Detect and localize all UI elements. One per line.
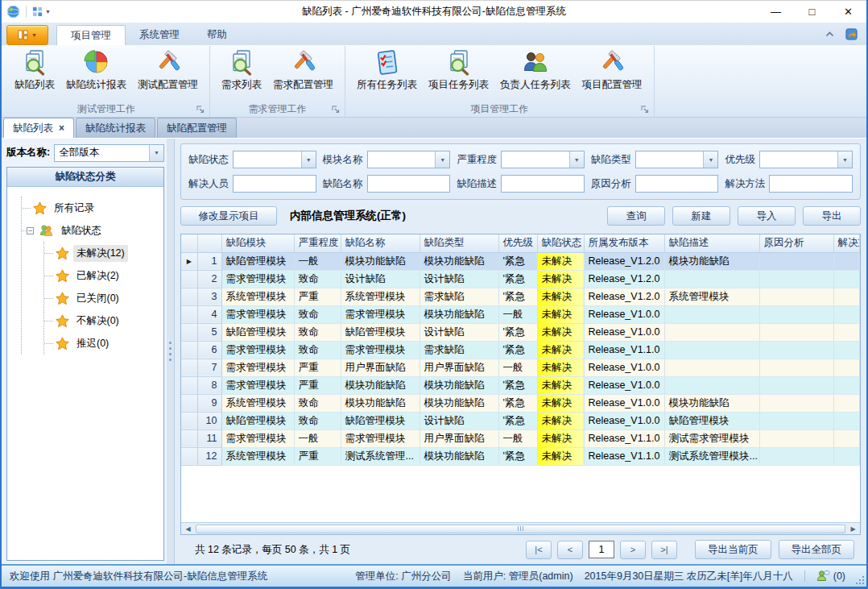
cell-module[interactable]: 需求管理模块 [221,270,294,288]
filter-input-缺陷描述[interactable] [501,175,585,193]
cell-priority[interactable]: '紧急 [498,376,537,394]
cell-version[interactable]: Release_V1.2.0 [584,252,664,270]
tree-item-推迟(0)[interactable]: 推迟(0) [44,332,160,355]
cell-solution[interactable] [833,305,860,323]
page-number-input[interactable] [589,541,614,558]
table-row[interactable]: 5缺陷管理模块致命缺陷管理模块设计缺陷'紧急未解决Release_V1.0.0 [181,323,860,341]
cell-solution[interactable] [833,376,860,394]
tree-item-已解决(2)[interactable]: 已解决(2) [44,264,160,287]
tree-expander-icon[interactable]: − [27,227,34,234]
cell-analysis[interactable] [759,412,833,429]
cell-type[interactable]: 需求缺陷 [420,341,498,359]
close-tab-icon[interactable]: × [59,123,64,133]
cell-analysis[interactable] [759,288,833,305]
cell-severity[interactable]: 严重 [294,288,341,305]
cell-priority[interactable]: '紧急 [498,288,537,305]
table-row[interactable]: 7需求管理模块严重用户界面缺陷用户界面缺陷一般未解决Release_V1.0.0 [181,359,860,376]
tree-item-缺陷状态[interactable]: −缺陷状态 [22,219,160,242]
cell-name[interactable]: 需求管理模块 [341,429,420,447]
tree-item-所有记录[interactable]: 所有记录 [22,197,160,219]
ribbon-button-项目任务列表[interactable]: 项目任务列表 [423,48,494,93]
cell-analysis[interactable] [759,429,833,447]
cell-type[interactable]: 设计缺陷 [420,412,498,429]
chevron-down-icon[interactable]: ▼ [569,151,584,168]
cell-status[interactable]: 未解决 [537,447,584,465]
cell-type[interactable]: 模块功能缺陷 [420,447,498,465]
cell-desc[interactable] [664,359,759,376]
cell-desc[interactable]: 测试系统管理模块... [664,447,759,465]
scroll-right-icon[interactable]: ▶ [846,523,860,534]
ribbon-button-负责人任务列表[interactable]: 负责人任务列表 [494,48,577,93]
cell-status[interactable]: 未解决 [537,429,584,447]
minimize-button[interactable]: — [758,1,794,23]
cell-version[interactable]: Release_V1.0.0 [584,305,664,323]
cell-type[interactable]: 模块功能缺陷 [420,305,498,323]
cell-severity[interactable]: 严重 [294,359,341,376]
tree-item-不解决(0)[interactable]: 不解决(0) [44,309,160,332]
cell-name[interactable]: 模块功能缺陷 [341,376,420,394]
table-row[interactable]: 11需求管理模块一般需求管理模块用户界面缺陷一般未解决Release_V1.1.… [181,429,860,447]
cell-name[interactable]: 需求管理模块 [341,341,420,359]
cell-version[interactable]: Release_V1.0.0 [584,376,664,394]
table-row[interactable]: ▶1缺陷管理模块一般模块功能缺陷模块功能缺陷'紧急未解决Release_V1.2… [181,252,860,270]
cell-module[interactable]: 缺陷管理模块 [221,412,294,429]
cell-module[interactable]: 需求管理模块 [221,359,294,376]
cell-priority[interactable]: '紧急 [498,323,537,341]
filter-combobox-优先级[interactable]: ▼ [759,151,853,168]
ribbon-button-缺陷列表[interactable]: 缺陷列表 [9,48,60,93]
action-button-导出[interactable]: 导出 [803,206,861,226]
filter-combobox-严重程度[interactable]: ▼ [501,151,585,168]
collapse-ribbon-icon[interactable] [825,31,835,38]
chevron-down-icon[interactable]: ▼ [435,151,449,168]
cell-desc[interactable] [664,305,759,323]
cell-desc[interactable]: 系统管理模块 [664,288,759,305]
cell-severity[interactable]: 一般 [294,252,341,270]
grid-header-缺陷名称[interactable]: 缺陷名称 [341,234,420,252]
cell-name[interactable]: 模块功能缺陷 [341,394,420,412]
cell-priority[interactable]: '紧急 [498,412,537,429]
cell-module[interactable]: 需求管理模块 [221,305,294,323]
filter-combobox-缺陷类型[interactable]: ▼ [635,151,719,168]
filter-input-解决方法[interactable] [769,175,853,193]
cell-priority[interactable]: 一般 [498,305,537,323]
dialog-launcher-icon[interactable] [332,106,340,114]
version-combobox[interactable]: 全部版本 ▼ [54,144,164,162]
cell-name[interactable]: 缺陷管理模块 [341,412,420,429]
cell-status[interactable]: 未解决 [537,252,584,270]
filter-combobox-缺陷状态[interactable]: ▼ [233,151,316,168]
cell-name[interactable]: 测试系统管理... [341,447,420,465]
ribbon-button-需求配置管理[interactable]: 需求配置管理 [267,48,339,93]
cell-solution[interactable] [833,447,860,465]
cell-priority[interactable]: '紧急 [498,270,537,288]
cell-name[interactable]: 需求管理模块 [341,305,420,323]
dialog-launcher-icon[interactable] [641,106,649,114]
cell-solution[interactable] [833,341,860,359]
export-button-导出全部页[interactable]: 导出全部页 [779,540,855,559]
cell-solution[interactable] [833,288,860,305]
cell-severity[interactable]: 致命 [294,305,341,323]
application-menu-button[interactable]: ▼ [6,25,48,45]
cell-desc[interactable]: 缺陷管理模块 [664,412,759,429]
table-row[interactable]: 9系统管理模块致命模块功能缺陷模块功能缺陷'紧急未解决Release_V1.0.… [181,394,860,412]
cell-type[interactable]: 模块功能缺陷 [420,252,498,270]
cell-desc[interactable] [664,270,759,288]
cell-module[interactable]: 需求管理模块 [221,429,294,447]
cell-version[interactable]: Release_V1.2.0 [584,288,664,305]
tree-item-已关闭(0)[interactable]: 已关闭(0) [44,287,160,309]
maximize-button[interactable]: □ [794,1,830,23]
message-indicator[interactable]: (0) [816,570,845,583]
cell-version[interactable]: Release_V1.0.0 [584,323,664,341]
table-row[interactable]: 8需求管理模块严重模块功能缺陷模块功能缺陷'紧急未解决Release_V1.0.… [181,376,860,394]
filter-combobox-模块名称[interactable]: ▼ [367,151,451,168]
cell-type[interactable]: 模块功能缺陷 [420,394,498,412]
cell-severity[interactable]: 致命 [294,341,341,359]
cell-name[interactable]: 系统管理模块 [341,288,420,305]
doc-tab-缺陷统计报表[interactable]: 缺陷统计报表 [76,118,155,138]
sidebar-splitter[interactable] [167,139,174,564]
cell-analysis[interactable] [759,394,833,412]
scroll-left-icon[interactable]: ◀ [181,523,195,534]
filter-input-原因分析[interactable] [635,175,719,193]
next-page-button[interactable]: > [620,541,646,559]
ribbon-button-测试配置管理[interactable]: 测试配置管理 [132,48,204,93]
cell-status[interactable]: 未解决 [537,394,584,412]
